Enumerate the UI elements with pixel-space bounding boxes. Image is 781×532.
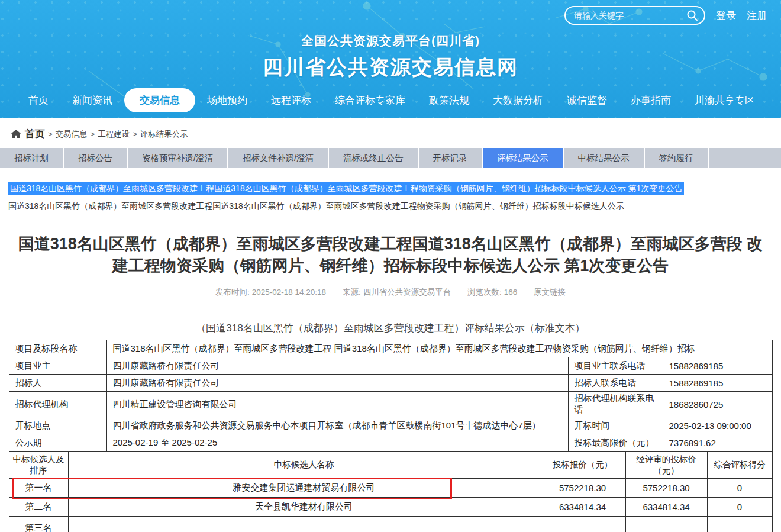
source-value: 四川省公共资源交易平台 xyxy=(363,288,451,296)
table-row: 开标地点 四川省政府政务服务和公共资源交易服务中心本项目开标室（成都市青羊区鼓楼… xyxy=(9,417,772,434)
tab-bidding-announcement[interactable]: 招标公告 xyxy=(64,148,127,168)
article-meta: 发布时间:2025-02-18 14:20:18 来源:四川省公共资源交易平台 … xyxy=(0,287,781,298)
breadcrumb-evaluation-result[interactable]: 评标结果公示 xyxy=(140,129,188,140)
nav-item-credit-supervision[interactable]: 诚信监督 xyxy=(555,88,619,112)
info-value: 2025-02-19 至 2025-02-25 xyxy=(106,434,568,452)
candidate-name xyxy=(68,517,540,532)
info-value: 四川康藏路桥有限责任公司 xyxy=(106,357,568,375)
breadcrumb-separator: > xyxy=(48,130,53,138)
info-value: 7376891.62 xyxy=(663,434,772,452)
notice-link[interactable]: 国道318名山区黑竹（成都界）至雨城区多营段改建工程国道318名山区黑竹（成都界… xyxy=(8,201,781,212)
notice-list: 国道318名山区黑竹（成都界）至雨城区多营段改建工程国道318名山区黑竹（成都界… xyxy=(0,182,781,212)
candidate-bid xyxy=(540,517,625,532)
publish-time-label: 发布时间: xyxy=(215,288,250,296)
tab-failed-or-terminated[interactable]: 流标或终止公告 xyxy=(329,148,418,168)
nav-item-chuanyu-zone[interactable]: 川渝共享专区 xyxy=(683,88,767,112)
info-label: 招标人 xyxy=(9,375,106,392)
tab-evaluation-result[interactable]: 评标结果公示 xyxy=(483,148,563,168)
site-title: 四川省公共资源交易信息网 xyxy=(0,54,781,81)
publish-time-value: 2025-02-18 14:20:18 xyxy=(252,288,326,296)
notice-link-selected[interactable]: 国道318名山区黑竹（成都界）至雨城区多营段改建工程国道318名山区黑竹（成都界… xyxy=(8,182,684,195)
info-value: 四川康藏路桥有限责任公司 xyxy=(106,375,568,392)
category-tab-bar: 招标计划 招标公告 资格预审补遗/澄清 招标文件补遗/澄清 流标或终止公告 开标… xyxy=(0,148,781,168)
breadcrumb-separator: > xyxy=(91,130,95,138)
tab-bid-opening-record[interactable]: 开标记录 xyxy=(419,148,482,168)
nav-item-venue-booking[interactable]: 场地预约 xyxy=(195,88,259,112)
nav-item-home[interactable]: 首页 xyxy=(17,88,60,112)
main-nav: 首页 新闻资讯 交易信息 场地预约 远程评标 综合评标专家库 政策法规 大数据分… xyxy=(0,88,781,112)
home-icon[interactable] xyxy=(11,129,21,139)
candidate-row-2: 第二名 天全县凯华建材有限公司 6334814.34 6334814.34 0 xyxy=(9,498,772,517)
candidate-bid: 6334814.34 xyxy=(540,498,625,517)
result-table-caption: （国道318名山区黑竹（成都界）至雨城区多营段改建工程）评标结果公示（标准文本） xyxy=(0,321,781,335)
candidate-name: 雅安交建集团运通建材贸易有限公司 xyxy=(68,479,540,498)
info-label: 项目业主 xyxy=(9,357,106,375)
search-icon[interactable] xyxy=(686,9,698,21)
breadcrumb-engineering[interactable]: 工程建设 xyxy=(98,129,130,140)
info-label: 招标代理机构 xyxy=(9,392,106,417)
info-value: 15882869185 xyxy=(663,375,772,392)
breadcrumb-trade-info[interactable]: 交易信息 xyxy=(56,129,88,140)
nav-item-news[interactable]: 新闻资讯 xyxy=(60,88,124,112)
tab-contract-performance[interactable]: 签约履行 xyxy=(645,148,708,168)
info-value: 四川省政府政务服务和公共资源交易服务中心本项目开标室（成都市青羊区鼓楼南街101… xyxy=(106,417,568,434)
nav-item-trade-info[interactable]: 交易信息 xyxy=(124,88,195,112)
source-label: 来源: xyxy=(343,288,361,296)
col-header-score: 综合评标得分 xyxy=(707,452,772,479)
project-info-table: 项目及标段名称 国道318名山区黑竹（成都界）至雨城区多营段改建工程 国道318… xyxy=(9,340,773,452)
tab-document-supplement[interactable]: 招标文件补遗/澄清 xyxy=(228,148,328,168)
info-label: 招标人联系电话 xyxy=(568,375,663,392)
info-label: 项目及标段名称 xyxy=(9,340,106,357)
tab-bidding-plan[interactable]: 招标计划 xyxy=(0,148,63,168)
candidate-score xyxy=(707,517,772,532)
nav-item-remote-evaluation[interactable]: 远程评标 xyxy=(259,88,323,112)
tab-prequalification-supplement[interactable]: 资格预审补遗/澄清 xyxy=(128,148,227,168)
table-row: 招标代理机构 四川精正建设管理咨询有限公司 招标代理机构联系电话 1868286… xyxy=(9,392,772,417)
candidate-row-1: 第一名 雅安交建集团运通建材贸易有限公司 5752218.30 5752218.… xyxy=(9,479,772,498)
info-value: 2025-02-13 09:00:00 xyxy=(663,417,772,434)
table-header-row: 中标候选人及排序 中标候选人名称 投标报价（元） 经评审的投标价（元） 综合评标… xyxy=(9,452,772,479)
candidates-table-wrap: 中标候选人及排序 中标候选人名称 投标报价（元） 经评审的投标价（元） 综合评标… xyxy=(0,451,781,532)
nav-item-expert-database[interactable]: 综合评标专家库 xyxy=(323,88,417,112)
info-value: 18682860725 xyxy=(663,392,772,417)
article-title: 国道318名山区黑竹（成都界）至雨城区多营段改建工程国道318名山区黑竹（成都界… xyxy=(15,233,766,278)
login-link[interactable]: 登录 xyxy=(716,9,736,22)
candidate-reviewed xyxy=(625,517,707,532)
tab-winning-result[interactable]: 中标结果公示 xyxy=(564,148,644,168)
candidate-score: 0 xyxy=(707,479,772,498)
info-label: 公示期 xyxy=(9,434,106,452)
nav-item-policies[interactable]: 政策法规 xyxy=(417,88,481,112)
table-row: 招标人 四川康藏路桥有限责任公司 招标人联系电话 15882869185 xyxy=(9,375,772,392)
info-label: 招标代理机构联系电话 xyxy=(568,392,663,417)
col-header-reviewed: 经评审的投标价（元） xyxy=(625,452,707,479)
platform-title: 全国公共资源交易平台(四川省) xyxy=(0,33,781,49)
candidate-bid: 5752218.30 xyxy=(540,479,625,498)
header-search-box[interactable] xyxy=(564,6,705,25)
info-value: 国道318名山区黑竹（成都界）至雨城区多营段改建工程 国道318名山区黑竹（成都… xyxy=(106,340,772,357)
candidate-reviewed: 5752218.30 xyxy=(625,479,707,498)
breadcrumb-separator: > xyxy=(133,130,137,138)
tab-bar-filler xyxy=(709,148,781,168)
table-row: 项目业主 四川康藏路桥有限责任公司 项目业主联系电话 15882869185 xyxy=(9,357,772,375)
info-label: 项目业主联系电话 xyxy=(568,357,663,375)
col-header-name: 中标候选人名称 xyxy=(68,452,540,479)
candidate-row-3: 第三名 xyxy=(9,517,772,532)
nav-item-big-data[interactable]: 大数据分析 xyxy=(481,88,555,112)
register-link[interactable]: 注册 xyxy=(747,9,767,22)
table-row: 公示期 2025-02-19 至 2025-02-25 投标最高限价（元） 73… xyxy=(9,434,772,452)
search-input[interactable] xyxy=(574,11,686,20)
candidate-rank: 第二名 xyxy=(9,498,68,517)
candidate-rank: 第三名 xyxy=(9,517,68,532)
candidate-score: 0 xyxy=(707,498,772,517)
table-row: 项目及标段名称 国道318名山区黑竹（成都界）至雨城区多营段改建工程 国道318… xyxy=(9,340,772,357)
nav-item-service-guide[interactable]: 办事指南 xyxy=(619,88,683,112)
col-header-rank: 中标候选人及排序 xyxy=(9,452,68,479)
site-header: 登录 注册 全国公共资源交易平台(四川省) 四川省公共资源交易信息网 首页 新闻… xyxy=(0,0,781,118)
breadcrumb-home[interactable]: 首页 xyxy=(25,127,45,141)
info-label: 开标地点 xyxy=(9,417,106,434)
views-label: 浏览次数: xyxy=(467,288,502,296)
info-value: 15882869185 xyxy=(663,357,772,375)
info-label: 开标时间 xyxy=(568,417,663,434)
original-link[interactable]: 原文链接 xyxy=(534,288,566,296)
info-label: 投标最高限价（元） xyxy=(568,434,663,452)
